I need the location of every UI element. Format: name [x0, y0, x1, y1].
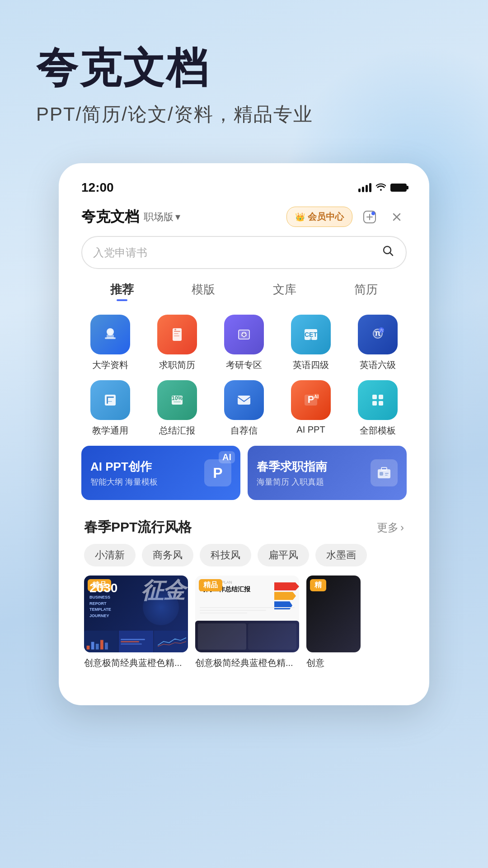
- template-thumb-3: 精: [306, 576, 361, 652]
- more-link[interactable]: 更多 ›: [377, 520, 404, 535]
- icon-college[interactable]: 大学资料: [81, 315, 139, 371]
- tag-ink[interactable]: 水墨画: [315, 544, 367, 566]
- app-name: 夸克文档: [81, 207, 139, 227]
- template-name-1: 创意极简经典蓝橙色精...: [84, 658, 182, 668]
- tmpl1-bottom-panels: [84, 631, 188, 652]
- svg-rect-39: [381, 467, 387, 470]
- premium-badge-2: 精品: [199, 579, 222, 591]
- template-card-2[interactable]: 精品 BUSINESS PLAN 时尚工作总结汇报: [195, 576, 299, 669]
- section-header: 春季PPT流行风格 更多 ›: [77, 509, 411, 544]
- graduate-label: 考研专区: [226, 359, 262, 371]
- tmpl1-lines: BUSINESS REPORT TEMPLATE JOURNEY: [89, 594, 183, 619]
- tab-recommend[interactable]: 推荐: [101, 278, 143, 301]
- svg-rect-43: [87, 646, 90, 649]
- svg-rect-46: [100, 640, 103, 650]
- template-name-2: 创意极简经典蓝橙色精...: [195, 658, 293, 668]
- status-bar: 12:00: [77, 177, 411, 202]
- icon-grid: 大学资料 求职简历: [77, 306, 411, 446]
- svg-rect-25: [107, 401, 112, 402]
- premium-badge-3: 精: [310, 579, 326, 591]
- icon-all-templates[interactable]: 全部模板: [349, 380, 407, 437]
- icon-aippt[interactable]: P AI AI PPT: [282, 380, 340, 437]
- icon-teaching[interactable]: 教学通用: [81, 380, 139, 437]
- tag-tech[interactable]: 科技风: [200, 544, 251, 566]
- phone-frame: 12:00: [59, 163, 429, 705]
- tab-bar: 推荐 模版 文库 简历: [77, 278, 411, 301]
- svg-rect-10: [174, 335, 179, 336]
- icon-graduate[interactable]: 考研专区: [215, 315, 273, 371]
- search-icon: [381, 244, 395, 261]
- cet4-label: 英语四级: [293, 359, 329, 371]
- svg-text:六: 六: [380, 328, 384, 333]
- icon-cet6[interactable]: π 六 英语六级: [349, 315, 407, 371]
- svg-text:AI: AI: [314, 394, 319, 399]
- cet6-label: 英语六级: [360, 359, 396, 371]
- svg-rect-36: [372, 401, 377, 406]
- status-time: 12:00: [81, 180, 114, 195]
- svg-rect-44: [91, 642, 94, 650]
- svg-rect-37: [379, 401, 383, 406]
- search-placeholder: 入党申请书: [93, 245, 147, 260]
- style-tags: 小清新 商务风 科技风 扁平风 水墨画: [77, 544, 411, 576]
- close-button[interactable]: [387, 207, 407, 227]
- svg-text:10%: 10%: [172, 395, 183, 401]
- banner-job-icon: [371, 459, 398, 486]
- tag-business[interactable]: 商务风: [142, 544, 193, 566]
- tab-template[interactable]: 模版: [183, 278, 224, 301]
- banner-job-text: 春季求职指南 海量简历 入职真题: [257, 459, 327, 487]
- svg-rect-42: [385, 475, 388, 476]
- graduate-icon-box: [224, 315, 264, 354]
- svg-point-6: [108, 330, 112, 334]
- tmpl1-year: 2030: [89, 582, 183, 594]
- svg-rect-28: [174, 401, 181, 402]
- all-templates-icon-box: [358, 380, 398, 420]
- svg-rect-7: [173, 328, 182, 341]
- add-button[interactable]: [360, 207, 380, 227]
- template-thumb-1: 精品 2030 BUSINESS REPORT TEMPLATE JOURNEY: [84, 576, 188, 652]
- tab-library[interactable]: 文库: [264, 278, 305, 301]
- vip-label: 会员中心: [308, 211, 344, 223]
- svg-rect-45: [96, 644, 99, 650]
- template-grid: 精品 2030 BUSINESS REPORT TEMPLATE JOURNEY: [77, 576, 411, 669]
- svg-rect-24: [107, 396, 114, 398]
- template-card-1[interactable]: 精品 2030 BUSINESS REPORT TEMPLATE JOURNEY: [84, 576, 188, 669]
- icon-cover-letter[interactable]: 自荐信: [215, 380, 273, 437]
- hero-section: 夸克文档 PPT/简历/论文/资料，精品专业: [0, 0, 488, 154]
- banner-ai-text: AI PPT创作 智能大纲 海量模板: [90, 459, 158, 487]
- summary-label: 总结汇报: [159, 425, 195, 437]
- svg-point-1: [371, 212, 375, 215]
- banner-p-icon: P: [204, 459, 231, 486]
- icon-summary[interactable]: 10% 总结汇报: [148, 380, 206, 437]
- resume-label: 求职简历: [159, 359, 195, 371]
- banner-ai-ppt[interactable]: AI PPT创作 智能大纲 海量模板 AI P: [81, 446, 240, 500]
- tag-flat[interactable]: 扁平风: [258, 544, 309, 566]
- app-header: 夸克文档 职场版 ▾ 👑 会员中心: [77, 202, 411, 236]
- college-label: 大学资料: [92, 359, 128, 371]
- vip-button[interactable]: 👑 会员中心: [286, 207, 352, 227]
- svg-rect-9: [174, 333, 178, 334]
- resume-icon-box: [157, 315, 197, 354]
- icon-cet4[interactable]: CET 4 英语四级: [282, 315, 340, 371]
- search-bar[interactable]: 入党申请书: [81, 236, 407, 269]
- svg-text:4: 4: [310, 337, 312, 342]
- teaching-label: 教学通用: [92, 425, 128, 437]
- tag-light-fresh[interactable]: 小清新: [84, 544, 136, 566]
- banner-section: AI PPT创作 智能大纲 海量模板 AI P 春季求职指南 海量简历 入职真题: [77, 446, 411, 509]
- template-card-3[interactable]: 精 创意: [306, 576, 361, 669]
- svg-rect-41: [385, 473, 389, 474]
- bottom-space: [77, 669, 411, 687]
- banner-job-guide[interactable]: 春季求职指南 海量简历 入职真题: [248, 446, 407, 500]
- template-name-3: 创意: [306, 658, 324, 668]
- cover-letter-icon-box: [224, 380, 264, 420]
- college-icon: [90, 315, 130, 354]
- aippt-label: AI PPT: [296, 425, 325, 435]
- wifi-icon: [376, 183, 386, 193]
- svg-rect-40: [380, 472, 383, 476]
- cet6-icon-box: π 六: [358, 315, 398, 354]
- hero-subtitle: PPT/简历/论文/资料，精品专业: [36, 102, 452, 127]
- aippt-icon-box: P AI: [291, 380, 331, 420]
- version-badge[interactable]: 职场版 ▾: [144, 210, 180, 224]
- app-title-group: 夸克文档 职场版 ▾: [81, 207, 180, 227]
- icon-resume[interactable]: 求职简历: [148, 315, 206, 371]
- tab-resume[interactable]: 简历: [345, 278, 387, 301]
